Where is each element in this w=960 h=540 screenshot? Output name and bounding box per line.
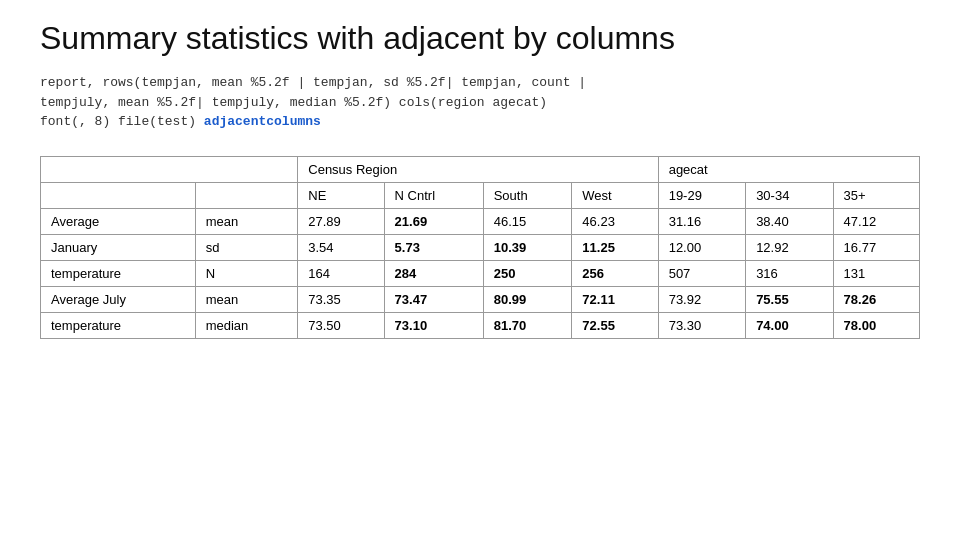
cell-4-4: 73.30 <box>658 312 745 338</box>
cell-1-3: 11.25 <box>572 234 658 260</box>
sub-header-4: South <box>483 182 572 208</box>
group-header-0 <box>41 156 298 182</box>
sub-header-5: West <box>572 182 658 208</box>
page-title: Summary statistics with adjacent by colu… <box>40 20 920 57</box>
sub-header-1 <box>195 182 298 208</box>
cell-3-5: 75.55 <box>746 286 833 312</box>
cell-2-5: 316 <box>746 260 833 286</box>
sub-header-0 <box>41 182 196 208</box>
cell-0-3: 46.23 <box>572 208 658 234</box>
sub-header-6: 19-29 <box>658 182 745 208</box>
row-label-4: temperature <box>41 312 196 338</box>
sub-label-0: mean <box>195 208 298 234</box>
cell-0-2: 46.15 <box>483 208 572 234</box>
row-label-3: Average July <box>41 286 196 312</box>
table-row: Averagemean27.8921.6946.1546.2331.1638.4… <box>41 208 920 234</box>
cell-4-5: 74.00 <box>746 312 833 338</box>
cell-1-4: 12.00 <box>658 234 745 260</box>
cell-2-3: 256 <box>572 260 658 286</box>
cell-0-1: 21.69 <box>384 208 483 234</box>
sub-label-3: mean <box>195 286 298 312</box>
sub-label-1: sd <box>195 234 298 260</box>
cell-1-2: 10.39 <box>483 234 572 260</box>
cell-1-0: 3.54 <box>298 234 384 260</box>
summary-table: Census Regionagecat NEN CntrlSouthWest19… <box>40 156 920 339</box>
table-row: Januarysd3.545.7310.3911.2512.0012.9216.… <box>41 234 920 260</box>
table-body: Averagemean27.8921.6946.1546.2331.1638.4… <box>41 208 920 338</box>
code-block: report, rows(tempjan, mean %5.2f | tempj… <box>40 73 920 132</box>
cell-3-4: 73.92 <box>658 286 745 312</box>
cell-3-6: 78.26 <box>833 286 919 312</box>
group-header-1: Census Region <box>298 156 658 182</box>
cell-1-5: 12.92 <box>746 234 833 260</box>
cell-0-5: 38.40 <box>746 208 833 234</box>
code-line1: report, rows(tempjan, mean %5.2f | tempj… <box>40 75 586 90</box>
cell-1-1: 5.73 <box>384 234 483 260</box>
table-row: temperatureN164284250256507316131 <box>41 260 920 286</box>
table-row: Average Julymean73.3573.4780.9972.1173.9… <box>41 286 920 312</box>
cell-2-6: 131 <box>833 260 919 286</box>
cell-3-0: 73.35 <box>298 286 384 312</box>
cell-3-2: 80.99 <box>483 286 572 312</box>
cell-4-3: 72.55 <box>572 312 658 338</box>
sub-label-4: median <box>195 312 298 338</box>
cell-4-6: 78.00 <box>833 312 919 338</box>
cell-4-2: 81.70 <box>483 312 572 338</box>
cell-1-6: 16.77 <box>833 234 919 260</box>
sub-header-3: N Cntrl <box>384 182 483 208</box>
table-row: temperaturemedian73.5073.1081.7072.5573.… <box>41 312 920 338</box>
sub-header-8: 35+ <box>833 182 919 208</box>
cell-4-1: 73.10 <box>384 312 483 338</box>
cell-3-3: 72.11 <box>572 286 658 312</box>
sub-header-7: 30-34 <box>746 182 833 208</box>
cell-0-4: 31.16 <box>658 208 745 234</box>
group-header-2: agecat <box>658 156 919 182</box>
cell-2-2: 250 <box>483 260 572 286</box>
row-label-2: temperature <box>41 260 196 286</box>
code-line3-plain: font(, 8) file(test) <box>40 114 204 129</box>
row-label-0: Average <box>41 208 196 234</box>
group-header-row: Census Regionagecat <box>41 156 920 182</box>
row-label-1: January <box>41 234 196 260</box>
cell-4-0: 73.50 <box>298 312 384 338</box>
cell-0-0: 27.89 <box>298 208 384 234</box>
cell-2-1: 284 <box>384 260 483 286</box>
cell-0-6: 47.12 <box>833 208 919 234</box>
cell-3-1: 73.47 <box>384 286 483 312</box>
sub-header-row: NEN CntrlSouthWest19-2930-3435+ <box>41 182 920 208</box>
code-highlight: adjacentcolumns <box>204 114 321 129</box>
code-line2: tempjuly, mean %5.2f| tempjuly, median %… <box>40 95 547 110</box>
cell-2-0: 164 <box>298 260 384 286</box>
sub-header-2: NE <box>298 182 384 208</box>
sub-label-2: N <box>195 260 298 286</box>
cell-2-4: 507 <box>658 260 745 286</box>
